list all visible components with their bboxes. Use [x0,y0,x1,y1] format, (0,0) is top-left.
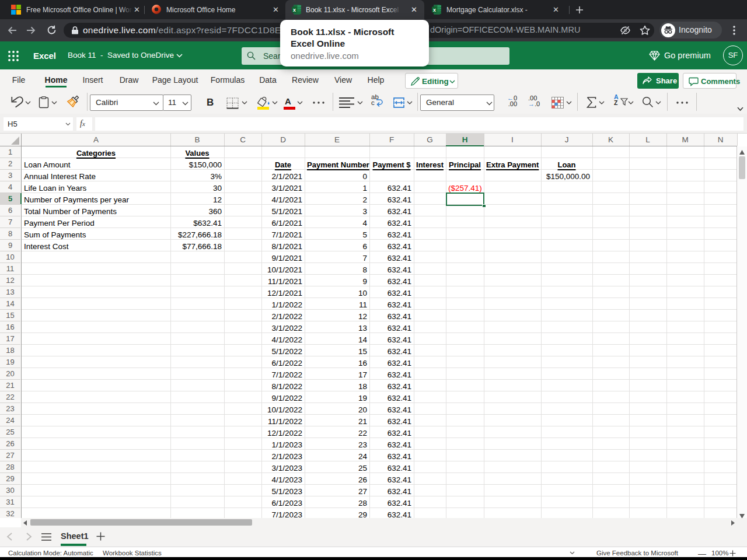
svg-text:x: x [293,7,296,13]
svg-text:x: x [433,7,436,13]
